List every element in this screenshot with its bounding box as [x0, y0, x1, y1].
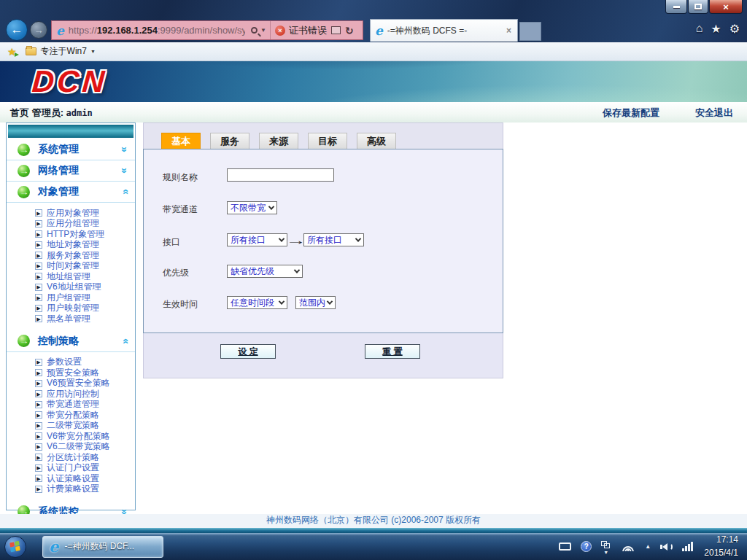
- refresh-icon[interactable]: ↻: [345, 25, 354, 36]
- keyboard-icon[interactable]: [559, 542, 571, 551]
- show-hidden-icons-icon[interactable]: ▲: [645, 543, 651, 550]
- windows-flag-icon: [9, 540, 21, 553]
- save-config-link[interactable]: 保存最新配置: [603, 106, 659, 120]
- tab-target[interactable]: 目标: [308, 133, 347, 149]
- speaker-icon[interactable]: [660, 543, 673, 551]
- play-box-icon: ▶: [35, 294, 42, 301]
- sidebar-section-system-mgmt[interactable]: → 系统管理 »: [7, 139, 135, 160]
- tab-basic[interactable]: 基本: [161, 133, 201, 149]
- bandwidth-label: 带宽通道: [163, 203, 198, 216]
- url-path: :9999/admin/show/syste: [158, 25, 245, 36]
- play-box-icon: ▶: [35, 464, 42, 472]
- certificate-error-section[interactable]: × 证书错误 ↻: [270, 21, 358, 39]
- tab-source[interactable]: 来源: [259, 133, 298, 149]
- taskbar: e -=神州数码 DCF... ? ▼ ▲ 17:14 2015/4/1: [0, 533, 747, 560]
- play-box-icon: ▶: [35, 220, 42, 228]
- settings-gear-icon[interactable]: ⚙: [729, 22, 740, 36]
- compatibility-view-icon[interactable]: [331, 26, 341, 34]
- time-period-select[interactable]: 任意时间段: [227, 296, 287, 309]
- favorites-dropdown-icon[interactable]: ▼: [90, 49, 96, 54]
- sidebar-section-object-mgmt[interactable]: → 对象管理 »: [7, 182, 135, 203]
- home-icon[interactable]: ⌂: [696, 22, 703, 36]
- browser-chrome: × ← → e https:// 192.168.1.254 :9999/adm…: [0, 0, 747, 42]
- cert-error-label: 证书错误: [289, 24, 327, 37]
- reset-button[interactable]: 重 置: [365, 344, 420, 359]
- interface-from-select[interactable]: 所有接口: [227, 233, 287, 246]
- network-signal-icon[interactable]: [682, 542, 693, 551]
- play-box-icon: ▶: [35, 305, 42, 312]
- object-mgmt-submenu: ▶应用对象管理 ▶应用分组管理 ▶HTTP对象管理 ▶地址对象管理 ▶服务对象管…: [7, 203, 135, 331]
- tab-service[interactable]: 服务: [210, 133, 249, 149]
- bandwidth-select[interactable]: 不限带宽: [227, 201, 277, 214]
- sidebar-section-network-mgmt[interactable]: → 网络管理 »: [7, 160, 135, 182]
- browser-tab-title: -=神州数码 DCFS =-: [387, 25, 506, 37]
- favorites-item-label[interactable]: 专注于Win7: [41, 45, 87, 58]
- home-link[interactable]: 首页: [10, 107, 29, 118]
- play-box-icon: ▶: [35, 315, 42, 322]
- folder-icon: [26, 47, 36, 55]
- back-button[interactable]: ←: [6, 19, 28, 41]
- favorites-star-icon[interactable]: ★: [711, 22, 721, 36]
- chevron-double-down-icon[interactable]: »: [120, 147, 130, 152]
- play-box-icon: ▶: [35, 422, 42, 429]
- minimize-button[interactable]: [665, 0, 687, 14]
- play-box-icon: ▶: [35, 273, 42, 280]
- search-icon[interactable]: [251, 27, 258, 34]
- priority-select[interactable]: 缺省优先级: [227, 265, 303, 278]
- sidebar-item[interactable]: ▶计费策略设置: [7, 484, 135, 495]
- sidebar-header-bar: [8, 125, 133, 138]
- interface-to-select[interactable]: 所有接口: [303, 233, 364, 246]
- tab-close-icon[interactable]: ×: [506, 26, 511, 36]
- header-left: 首页 管理员: admin: [10, 106, 93, 120]
- new-tab-button[interactable]: [519, 22, 541, 41]
- maximize-button[interactable]: [688, 0, 708, 14]
- chevron-double-up-icon[interactable]: »: [120, 189, 130, 195]
- play-box-icon: ▶: [35, 380, 42, 387]
- help-icon[interactable]: ?: [581, 541, 592, 552]
- play-box-icon: ▶: [35, 230, 42, 238]
- button-bar: 设 定 重 置: [143, 333, 503, 378]
- close-window-button[interactable]: ×: [709, 0, 743, 14]
- time-range-select[interactable]: 范围内: [295, 296, 336, 309]
- green-orb-icon: →: [18, 186, 30, 198]
- play-box-icon: ▶: [35, 262, 42, 270]
- select-arrow-icon: [355, 236, 361, 241]
- wifi-icon[interactable]: [621, 542, 635, 551]
- sidebar-item[interactable]: ▶黑名单管理: [7, 314, 135, 324]
- play-box-icon: ▶: [35, 411, 42, 419]
- add-favorite-icon[interactable]: ★: [7, 46, 17, 58]
- play-box-icon: ▶: [35, 241, 42, 249]
- system-tray: ? ▼ ▲ 17:14 2015/4/1: [559, 534, 747, 559]
- forward-button[interactable]: →: [30, 21, 47, 39]
- rule-name-input[interactable]: [227, 168, 334, 182]
- select-arrow-icon: [279, 298, 285, 304]
- taskbar-clock[interactable]: 17:14 2015/4/1: [704, 534, 738, 559]
- control-policy-submenu: ▶参数设置 ▶预置安全策略 ▶V6预置安全策略 ▶应用访问控制 ▶带宽通道管理 …: [7, 352, 135, 502]
- favorites-bar: ★ 专注于Win7 ▼: [0, 42, 747, 61]
- form-panel: 规则名称 带宽通道 不限带宽 接口 所有接口 → 所有接口 优先级 缺省优先级: [143, 149, 503, 333]
- logout-link[interactable]: 安全退出: [695, 106, 733, 120]
- section-label: 对象管理: [38, 185, 122, 198]
- address-bar[interactable]: e https:// 192.168.1.254 :9999/admin/sho…: [51, 20, 363, 40]
- chevron-double-down-icon[interactable]: »: [120, 168, 130, 174]
- submit-button[interactable]: 设 定: [220, 344, 276, 359]
- browser-tab[interactable]: e -=神州数码 DCFS =- ×: [370, 19, 518, 42]
- site-banner: DCN: [0, 61, 747, 102]
- chevron-double-up-icon[interactable]: »: [120, 338, 130, 344]
- priority-label: 优先级: [163, 267, 189, 279]
- tab-advanced[interactable]: 高级: [357, 133, 396, 149]
- section-label: 系统管理: [38, 143, 122, 156]
- search-dropdown-icon[interactable]: ▼: [260, 27, 266, 34]
- interface-label: 接口: [163, 236, 180, 249]
- green-orb-icon: →: [18, 165, 30, 177]
- taskbar-ie-button[interactable]: e -=神州数码 DCF...: [42, 536, 163, 558]
- dcn-logo: DCN: [31, 64, 108, 99]
- forward-icon: →: [34, 25, 44, 36]
- sidebar-section-control-policy[interactable]: → 控制策略 »: [7, 331, 135, 352]
- play-box-icon: ▶: [35, 486, 42, 493]
- ie-favicon: e: [56, 23, 64, 38]
- play-box-icon: ▶: [35, 369, 42, 376]
- start-button[interactable]: [4, 536, 26, 558]
- admin-label: 管理员:: [32, 107, 63, 118]
- windows-stack-icon[interactable]: ▼: [601, 541, 611, 553]
